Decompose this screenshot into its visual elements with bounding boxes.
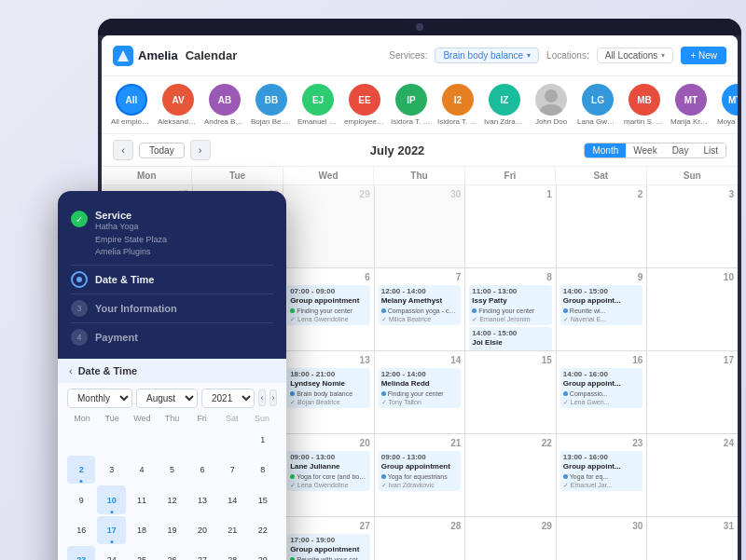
mini-calendar-day[interactable] bbox=[67, 426, 95, 454]
mini-calendar-day[interactable] bbox=[158, 426, 186, 454]
step-payment[interactable]: 4 Payment bbox=[71, 323, 273, 351]
calendar-cell[interactable]: 2313:00 - 16:00 Group appoint... Yoga fo… bbox=[557, 434, 647, 516]
mini-calendar-day[interactable]: 7 bbox=[218, 456, 246, 484]
mini-calendar-day[interactable]: 6 bbox=[188, 456, 216, 484]
calendar-cell[interactable]: 30 bbox=[375, 185, 465, 267]
calendar-cell[interactable]: 2 bbox=[557, 185, 647, 267]
avatar-item[interactable]: BBBojan Beatrics bbox=[251, 84, 292, 126]
mini-calendar-day[interactable]: 17 bbox=[97, 516, 125, 544]
calendar-cell[interactable]: 2717:00 - 19:00 Group appointment Reunit… bbox=[283, 517, 374, 560]
calendar-cell[interactable]: 811:00 - 13:00 Issy Patty Finding your c… bbox=[465, 268, 556, 350]
event-item[interactable]: 09:00 - 13:00 Lane Julianne Yoga for cor… bbox=[287, 451, 370, 491]
avatar-item[interactable]: ABAndrea Barber bbox=[204, 84, 245, 126]
chevron-left-icon[interactable]: ‹ bbox=[69, 365, 73, 376]
event-item[interactable]: 13:00 - 16:00 Group appoint... Yoga for … bbox=[560, 451, 643, 491]
calendar-cell[interactable]: 15 bbox=[465, 351, 556, 433]
mini-calendar-day[interactable]: 4 bbox=[128, 456, 156, 484]
services-select-wrapper[interactable]: Brain body balance ▾ bbox=[435, 48, 539, 63]
calendar-cell[interactable]: 24 bbox=[647, 434, 738, 516]
calendar-cell[interactable]: 10 bbox=[647, 268, 738, 350]
event-item[interactable]: 07:00 - 09:00 Group appointment Finding … bbox=[287, 285, 370, 325]
event-item[interactable]: 18:00 - 21:00 Lyndsey Nomie Brain body b… bbox=[287, 368, 370, 408]
step-datetime[interactable]: Date & Time bbox=[71, 266, 273, 294]
today-button[interactable]: Today bbox=[139, 143, 185, 158]
calendar-cell[interactable]: 712:00 - 14:00 Melany Amethyst Compassio… bbox=[375, 268, 465, 350]
mini-calendar-day[interactable]: 27 bbox=[188, 546, 216, 560]
mini-calendar-day[interactable]: 23 bbox=[67, 546, 95, 560]
avatar-item[interactable]: IZIvan Zdravk... bbox=[484, 84, 525, 126]
mini-calendar-day[interactable]: 16 bbox=[67, 516, 95, 544]
mini-calendar-day[interactable] bbox=[218, 426, 246, 454]
avatar-item[interactable]: EEemployee e... bbox=[344, 84, 385, 126]
view-week-button[interactable]: Week bbox=[626, 143, 664, 157]
view-month-button[interactable]: Month bbox=[585, 143, 626, 157]
mini-calendar-day[interactable]: 11 bbox=[128, 485, 156, 513]
event-item[interactable]: 09:00 - 13:00 Group appointment Yoga for… bbox=[379, 451, 462, 491]
avatar-item[interactable]: AVAleksandar... bbox=[158, 84, 199, 126]
mini-calendar-day[interactable]: 12 bbox=[158, 485, 186, 513]
view-type-select[interactable]: Monthly Weekly bbox=[67, 389, 132, 408]
mini-calendar-day[interactable]: 5 bbox=[158, 456, 186, 484]
avatar-item[interactable]: MBmartin S. Mike Sober bbox=[624, 84, 665, 126]
event-item[interactable]: 14:00 - 15:00 Joi Elsie No fear yoga ✓ E… bbox=[469, 327, 552, 350]
avatar-item[interactable]: John Doo bbox=[531, 84, 572, 126]
step-information[interactable]: 3 Your Information bbox=[71, 294, 273, 323]
mini-calendar-day[interactable]: 24 bbox=[97, 546, 125, 560]
avatar-item[interactable]: AllAll employees bbox=[111, 84, 152, 126]
prev-month-button[interactable]: ‹ bbox=[113, 140, 133, 160]
mini-next-button[interactable]: › bbox=[269, 389, 277, 406]
mini-calendar-day[interactable]: 19 bbox=[158, 516, 186, 544]
mini-calendar-day[interactable]: 29 bbox=[249, 546, 277, 560]
mini-calendar-day[interactable]: 22 bbox=[249, 516, 277, 544]
mini-calendar-day[interactable]: 1 bbox=[249, 426, 277, 454]
event-item[interactable]: 11:00 - 13:00 Issy Patty Finding your ce… bbox=[469, 285, 552, 325]
mini-calendar-day[interactable]: 13 bbox=[188, 485, 216, 513]
mini-calendar-day[interactable]: 25 bbox=[128, 546, 156, 560]
locations-select-wrapper[interactable]: All Locations ▾ bbox=[597, 48, 674, 63]
mini-calendar-day[interactable] bbox=[128, 426, 156, 454]
avatar-item[interactable]: LGLana Gwen... bbox=[577, 84, 618, 126]
mini-calendar-day[interactable]: 21 bbox=[218, 516, 246, 544]
month-select[interactable]: August bbox=[136, 389, 198, 408]
calendar-cell[interactable]: 914:00 - 15:00 Group appoint... Reunite … bbox=[557, 268, 647, 350]
calendar-cell[interactable]: 2009:00 - 13:00 Lane Julianne Yoga for c… bbox=[283, 434, 374, 516]
avatar-item[interactable]: EJEmanuel Jer... bbox=[297, 84, 338, 126]
mini-calendar-day[interactable]: 14 bbox=[218, 485, 246, 513]
calendar-cell[interactable]: 607:00 - 09:00 Group appointment Finding… bbox=[283, 268, 374, 350]
avatar-item[interactable]: IPIsidora T. Emily Emre bbox=[391, 84, 432, 126]
event-item[interactable]: 17:00 - 19:00 Group appointment Reunite … bbox=[287, 534, 370, 560]
calendar-cell[interactable]: 28 bbox=[375, 517, 465, 560]
mini-calendar-day[interactable] bbox=[188, 426, 216, 454]
mini-calendar-day[interactable]: 8 bbox=[249, 456, 277, 484]
calendar-cell[interactable]: 2109:00 - 13:00 Group appointment Yoga f… bbox=[375, 434, 465, 516]
add-new-button[interactable]: + New bbox=[681, 47, 726, 64]
calendar-cell[interactable]: 30 bbox=[557, 517, 647, 560]
calendar-cell[interactable]: 1412:00 - 14:00 Melinda Redd Finding you… bbox=[375, 351, 465, 433]
calendar-cell[interactable]: 29 bbox=[465, 517, 556, 560]
calendar-cell[interactable]: 31 bbox=[647, 517, 738, 560]
calendar-cell[interactable]: 1318:00 - 21:00 Lyndsey Nomie Brain body… bbox=[283, 351, 374, 433]
year-select[interactable]: 2021 bbox=[201, 389, 255, 408]
mini-calendar-day[interactable]: 3 bbox=[97, 456, 125, 484]
calendar-cell[interactable]: 1614:00 - 16:00 Group appoint... Compass… bbox=[557, 351, 647, 433]
mini-calendar-day[interactable]: 9 bbox=[67, 485, 95, 513]
view-day-button[interactable]: Day bbox=[665, 143, 697, 157]
mini-calendar-day[interactable]: 10 bbox=[97, 485, 125, 513]
avatar-item[interactable]: MTMarija Kresl Marija Test bbox=[670, 84, 711, 126]
event-item[interactable]: 14:00 - 16:00 Group appoint... Compassio… bbox=[560, 368, 643, 408]
mini-calendar-day[interactable]: 20 bbox=[188, 516, 216, 544]
mini-calendar-day[interactable]: 26 bbox=[158, 546, 186, 560]
mini-prev-button[interactable]: ‹ bbox=[258, 389, 266, 406]
event-item[interactable]: 12:00 - 14:00 Melany Amethyst Compassion… bbox=[379, 285, 462, 325]
event-item[interactable]: 14:00 - 15:00 Group appoint... Reunite w… bbox=[560, 285, 643, 325]
avatar-item[interactable]: I2Isidora T. Lexie Emre bbox=[437, 84, 478, 126]
mini-calendar-day[interactable]: 28 bbox=[218, 546, 246, 560]
calendar-cell[interactable]: 29 bbox=[283, 185, 374, 267]
next-month-button[interactable]: › bbox=[190, 140, 211, 160]
mini-calendar-day[interactable]: 18 bbox=[128, 516, 156, 544]
calendar-cell[interactable]: 17 bbox=[647, 351, 738, 433]
calendar-cell[interactable]: 3 bbox=[647, 185, 738, 267]
mini-calendar-day[interactable] bbox=[97, 426, 125, 454]
calendar-cell[interactable]: 1 bbox=[465, 185, 556, 267]
step-service[interactable]: ✓ Service Hatha YogaEmpire State PlazaAm… bbox=[71, 204, 273, 266]
